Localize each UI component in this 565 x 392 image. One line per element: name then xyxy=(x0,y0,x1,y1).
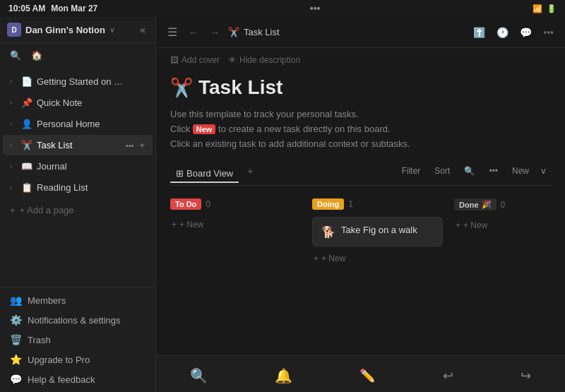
done-count: 0 xyxy=(501,200,506,210)
item-more-button[interactable]: ••• xyxy=(124,97,136,109)
scissors-icon: ✂️ xyxy=(228,27,239,37)
description-line2: Click New to create a new task directly … xyxy=(170,122,551,137)
item-more-button[interactable]: ••• xyxy=(124,182,136,194)
clock-button[interactable]: 🕐 xyxy=(494,24,511,41)
sidebar-item-getting-started[interactable]: › 📄 Getting Started on Mo... ••• + xyxy=(3,71,153,92)
item-more-button[interactable]: ••• xyxy=(124,161,136,172)
members-label: Members xyxy=(28,295,66,306)
sidebar: D Dan Ginn's Notion ∨ « 🔍 🏠 › 📄 Getting … xyxy=(0,17,156,392)
plus-icon: + xyxy=(172,220,177,230)
more-options-button[interactable]: ••• xyxy=(540,25,557,40)
doing-count: 1 xyxy=(348,199,353,209)
plus-icon: + xyxy=(10,205,16,215)
search-board-button[interactable]: 🔍 xyxy=(460,164,479,178)
column-doing: Doing 1 🐕 Take Fig on a walk + + New xyxy=(312,197,443,266)
content-area: ☰ ← → ✂️ Task List ⬆️ 🕐 💬 ••• 🖼 Add cove… xyxy=(156,17,565,392)
members-icon: 👥 xyxy=(10,295,22,306)
forward-button[interactable]: → xyxy=(207,24,222,41)
status-date: Mon Mar 27 xyxy=(51,4,97,13)
compose-nav-button[interactable]: ✏️ xyxy=(345,365,389,386)
task-card[interactable]: 🐕 Take Fig on a walk xyxy=(312,217,443,247)
done-new-button[interactable]: + + New xyxy=(454,218,489,233)
help-icon: 💬 xyxy=(10,374,22,385)
add-page-button[interactable]: + + Add a page xyxy=(3,201,153,220)
new-task-dropdown-button[interactable]: ∨ xyxy=(536,164,551,178)
item-add-button[interactable]: + xyxy=(137,160,147,173)
desc-line2-end: to create a new task directly on this bo… xyxy=(218,124,391,134)
filter-button[interactable]: Filter xyxy=(398,164,425,178)
settings-icon: ⚙️ xyxy=(10,314,22,326)
sidebar-items: › 📄 Getting Started on Mo... ••• + › 📌 Q… xyxy=(0,68,155,287)
add-cover-button[interactable]: 🖼 Add cover xyxy=(170,55,220,65)
sidebar-item-personal-home[interactable]: › 👤 Personal Home ••• + xyxy=(3,114,153,134)
sidebar-item-reading-list[interactable]: › 📋 Reading List ••• + xyxy=(3,177,153,198)
sidebar-item-trash[interactable]: 🗑️ Trash xyxy=(0,330,155,350)
party-icon: 🎉 xyxy=(482,200,492,209)
sidebar-item-quick-note[interactable]: › 📌 Quick Note ••• + xyxy=(3,93,153,113)
board-toolbar-right: Filter Sort 🔍 ••• New ∨ xyxy=(398,164,551,178)
todo-label: To Do xyxy=(170,198,201,210)
item-add-button[interactable]: + xyxy=(137,75,147,88)
help-label: Help & feedback xyxy=(28,374,95,385)
item-actions: ••• + xyxy=(124,138,147,152)
scissors-icon: ✂️ xyxy=(21,140,34,150)
item-add-button[interactable]: + xyxy=(137,117,147,131)
sidebar-item-label: Personal Home xyxy=(37,119,124,129)
column-todo: To Do 0 + + New xyxy=(170,197,301,266)
plus-icon: + xyxy=(456,220,460,230)
content-toolbar: ☰ ← → ✂️ Task List ⬆️ 🕐 💬 ••• xyxy=(156,17,565,48)
hamburger-menu-button[interactable]: ☰ xyxy=(165,23,180,42)
sidebar-item-notifications[interactable]: ⚙️ Notifications & settings xyxy=(0,310,155,330)
page-title-label: Task List xyxy=(244,27,280,37)
item-more-button[interactable]: ••• xyxy=(124,140,136,151)
workspace-name[interactable]: D Dan Ginn's Notion ∨ xyxy=(7,23,114,37)
search-button[interactable]: 🔍 xyxy=(6,47,25,64)
status-bar: 10:05 AM Mon Mar 27 ••• 📶 🔋 xyxy=(0,0,565,17)
sidebar-item-label: Reading List xyxy=(37,182,124,193)
back-button[interactable]: ← xyxy=(186,24,201,41)
back-nav-button[interactable]: ↩ xyxy=(429,365,468,386)
sidebar-item-task-list[interactable]: › ✂️ Task List ••• + xyxy=(3,135,153,155)
doing-new-button[interactable]: + + New xyxy=(312,251,347,266)
home-button[interactable]: 🏠 xyxy=(27,47,47,64)
bottom-nav: 🔍 🔔 ✏️ ↩ ↪ xyxy=(156,355,565,392)
trash-label: Trash xyxy=(28,335,51,345)
sidebar-item-upgrade[interactable]: ⭐ Upgrade to Pro xyxy=(0,350,155,369)
column-header-done: Done 🎉 0 xyxy=(454,197,551,212)
item-more-button[interactable]: ••• xyxy=(124,76,136,88)
journal-icon: 📖 xyxy=(21,161,34,172)
item-add-button[interactable]: + xyxy=(137,181,147,194)
chevron-icon: › xyxy=(10,184,21,191)
upgrade-icon: ⭐ xyxy=(10,354,22,365)
comment-button[interactable]: 💬 xyxy=(517,24,535,41)
sidebar-item-members[interactable]: 👥 Members xyxy=(0,290,155,310)
hide-description-button[interactable]: 👁 Hide description xyxy=(228,55,300,65)
board-more-button[interactable]: ••• xyxy=(484,164,502,178)
item-add-button[interactable]: + xyxy=(137,138,147,152)
add-view-button[interactable]: + xyxy=(244,162,256,179)
dog-icon: 🐕 xyxy=(321,225,335,239)
search-nav-button[interactable]: 🔍 xyxy=(176,364,222,387)
upgrade-label: Upgrade to Pro xyxy=(28,355,90,365)
todo-count: 0 xyxy=(206,199,210,209)
page-top-actions: 🖼 Add cover 👁 Hide description xyxy=(170,48,551,71)
sidebar-header: D Dan Ginn's Notion ∨ « xyxy=(0,17,155,43)
forward-nav-button[interactable]: ↪ xyxy=(506,365,545,386)
sidebar-item-help[interactable]: 💬 Help & feedback xyxy=(0,369,155,389)
sidebar-item-journal[interactable]: › 📖 Journal ••• + xyxy=(3,156,153,177)
todo-new-button[interactable]: + + New xyxy=(170,217,205,232)
sidebar-collapse-button[interactable]: « xyxy=(137,23,148,37)
chevron-icon: › xyxy=(10,78,21,85)
notifications-nav-button[interactable]: 🔔 xyxy=(261,364,307,387)
chevron-icon: › xyxy=(10,99,21,107)
page-description: Use this template to track your personal… xyxy=(170,107,551,151)
item-add-button[interactable]: + xyxy=(137,96,147,109)
item-more-button[interactable]: ••• xyxy=(124,119,136,130)
task-card-text: Take Fig on a walk xyxy=(341,225,417,235)
new-task-button[interactable]: New xyxy=(508,164,533,178)
chevron-down-icon: ∨ xyxy=(109,26,114,34)
add-page-label: + Add a page xyxy=(20,205,74,215)
board-view-tab[interactable]: ⊞ Board View xyxy=(170,165,239,183)
share-button[interactable]: ⬆️ xyxy=(470,24,488,41)
sort-button[interactable]: Sort xyxy=(430,164,454,178)
